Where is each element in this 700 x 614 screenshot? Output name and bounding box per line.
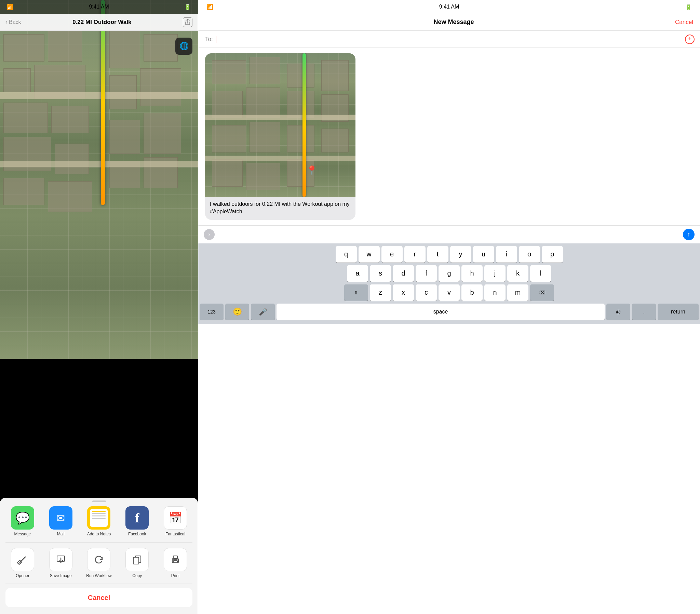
bubble-map: 📍 (205, 53, 355, 197)
map-pin: 📍 (306, 165, 318, 176)
key-p[interactable]: p (542, 246, 563, 262)
time-display: 9:41 AM (89, 4, 109, 10)
right-time-display: 9:41 AM (439, 4, 459, 10)
key-u[interactable]: u (473, 246, 494, 262)
save-image-icon (49, 548, 73, 571)
print-icon (164, 548, 187, 571)
bubble-route-line (302, 53, 306, 197)
key-r[interactable]: r (404, 246, 426, 262)
key-x[interactable]: x (393, 284, 414, 301)
share-button[interactable] (183, 17, 192, 27)
key-s[interactable]: s (370, 265, 391, 282)
share-app-message[interactable]: 💬 Message (9, 506, 36, 537)
key-numbers[interactable]: 123 (200, 304, 224, 320)
key-shift[interactable]: ⇧ (344, 284, 368, 301)
back-label: Back (9, 19, 21, 25)
key-k[interactable]: k (507, 265, 528, 282)
message-bubble: 📍 I walked outdoors for 0.22 MI with the… (205, 53, 355, 220)
key-q[interactable]: q (336, 246, 357, 262)
key-l[interactable]: l (530, 265, 551, 282)
key-period[interactable]: . (632, 304, 656, 320)
key-g[interactable]: g (438, 265, 460, 282)
message-area: 📍 I walked outdoors for 0.22 MI with the… (198, 48, 700, 225)
bubble-map-aerial (205, 53, 355, 197)
key-return[interactable]: return (658, 304, 699, 320)
share-app-facebook[interactable]: f Facebook (123, 506, 151, 537)
key-b[interactable]: b (461, 284, 483, 301)
key-mic[interactable]: 🎤 (251, 304, 275, 320)
notes-app-label: Add to Notes (87, 532, 111, 537)
share-app-notes[interactable]: Add to Notes (85, 506, 112, 537)
key-f[interactable]: f (416, 265, 437, 282)
key-e[interactable]: e (382, 246, 403, 262)
fantastical-app-icon: 📅 (164, 506, 187, 530)
chevron-left-icon: ‹ (5, 19, 8, 26)
key-space[interactable]: space (276, 304, 605, 320)
messages-title: New Message (434, 19, 474, 26)
svg-rect-4 (133, 557, 139, 564)
key-j[interactable]: j (484, 265, 505, 282)
share-app-mail[interactable]: ✉ Mail (47, 506, 75, 537)
to-label: To: (205, 36, 213, 43)
right-signal-icon: 📶 (207, 4, 213, 10)
key-h[interactable]: h (461, 265, 483, 282)
print-label: Print (171, 573, 180, 578)
share-action-copy[interactable]: Copy (123, 548, 151, 578)
copy-label: Copy (132, 573, 142, 578)
key-o[interactable]: o (519, 246, 540, 262)
cancel-button[interactable]: Cancel (5, 588, 192, 607)
messages-cancel-button[interactable]: Cancel (675, 19, 693, 26)
to-cursor (216, 36, 216, 43)
key-a[interactable]: a (347, 265, 368, 282)
key-delete[interactable]: ⌫ (530, 284, 554, 301)
mail-app-label: Mail (57, 532, 65, 537)
keyboard-row-bottom: 123 🙂 🎤 space @ . return (200, 304, 699, 320)
key-z[interactable]: z (370, 284, 391, 301)
share-app-fantastical[interactable]: 📅 Fantastical (162, 506, 189, 537)
messages-nav: New Message Cancel (198, 14, 700, 31)
back-button[interactable]: ‹ Back (5, 19, 21, 26)
opener-icon (11, 548, 34, 571)
key-t[interactable]: t (427, 246, 448, 262)
globe-button[interactable]: 🌐 (175, 38, 192, 55)
key-c[interactable]: c (416, 284, 437, 301)
key-y[interactable]: y (450, 246, 471, 262)
message-input[interactable] (218, 229, 679, 241)
key-emoji[interactable]: 🙂 (225, 304, 249, 320)
share-action-opener[interactable]: Opener (9, 548, 36, 578)
send-button[interactable]: ↑ (683, 229, 695, 240)
save-image-label: Save Image (50, 573, 72, 578)
right-status-bar: 📶 9:41 AM 🔋 (198, 0, 700, 14)
share-actions-row: Opener Save Image Run (0, 545, 198, 581)
key-m[interactable]: m (507, 284, 528, 301)
left-nav-bar: ‹ Back 0.22 MI Outdoor Walk (0, 14, 198, 31)
key-at[interactable]: @ (607, 304, 630, 320)
share-action-save-image[interactable]: Save Image (47, 548, 75, 578)
svg-rect-7 (173, 561, 177, 563)
keyboard: q w e r t y u i o p a s d f g h j k l ⇧ … (198, 243, 700, 324)
key-v[interactable]: v (438, 284, 460, 301)
battery-icon: 🔋 (184, 4, 191, 10)
keyboard-row-2: a s d f g h j k l (200, 265, 699, 282)
key-i[interactable]: i (496, 246, 517, 262)
share-divider-2 (5, 584, 192, 584)
left-phone: 🌐 📶 9:41 AM 🔋 ‹ Back 0.22 MI Outdoor Wal… (0, 0, 198, 614)
fantastical-app-label: Fantastical (165, 532, 185, 537)
key-n[interactable]: n (484, 284, 505, 301)
share-action-print[interactable]: Print (162, 548, 189, 578)
message-app-label: Message (14, 532, 31, 537)
key-d[interactable]: d (393, 265, 414, 282)
key-w[interactable]: w (359, 246, 380, 262)
send-bar: › ↑ (198, 225, 700, 243)
right-battery-icon: 🔋 (685, 4, 692, 10)
run-workflow-label: Run Workflow (86, 573, 111, 578)
left-status-bar: 📶 9:41 AM 🔋 (0, 0, 198, 14)
sheet-handle (92, 501, 106, 502)
share-action-run-workflow[interactable]: Run Workflow (85, 548, 112, 578)
add-recipient-button[interactable]: + (685, 35, 695, 44)
share-sheet: 💬 Message ✉ Mail (0, 498, 198, 614)
notes-app-icon (87, 506, 110, 530)
nav-title: 0.22 MI Outdoor Walk (73, 19, 131, 26)
mail-app-icon: ✉ (49, 506, 73, 530)
expand-button[interactable]: › (204, 229, 215, 240)
